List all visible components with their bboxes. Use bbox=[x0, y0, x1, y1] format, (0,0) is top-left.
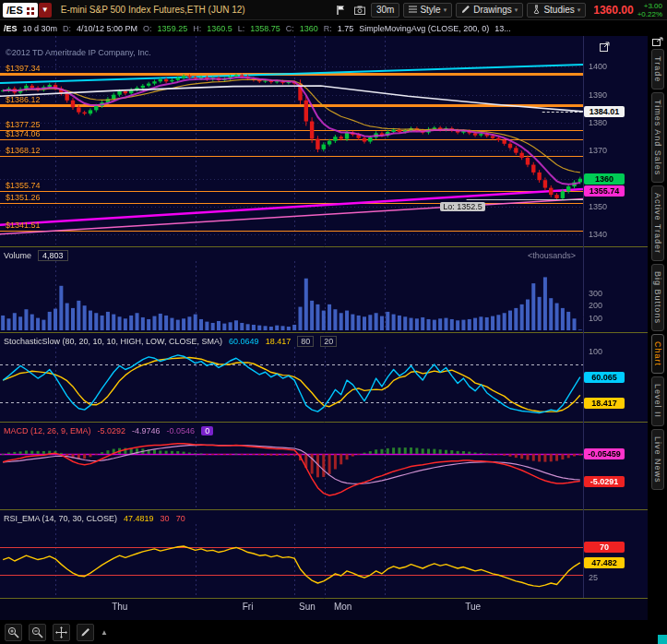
strip-close-label: C: bbox=[286, 24, 294, 33]
quote-cluster: 1360.00 +3.00 +0.22% bbox=[593, 2, 662, 18]
macd-header[interactable]: MACD (12, 26, 9, EMA) -5.0292 -4.9746 -0… bbox=[0, 423, 583, 437]
axis-tick: 100 bbox=[589, 347, 602, 356]
stochastic-oversold: 20 bbox=[320, 336, 337, 347]
flag-icon[interactable] bbox=[334, 3, 349, 18]
symbol-input[interactable]: /ES bbox=[3, 3, 38, 18]
time-axis-label: Mon bbox=[334, 602, 351, 612]
drawings-button[interactable]: Drawings▾ bbox=[456, 3, 523, 18]
zoom-in-icon[interactable] bbox=[5, 624, 22, 641]
pan-icon[interactable] bbox=[53, 624, 70, 641]
strip-high: 1360.5 bbox=[207, 24, 232, 33]
axis-tick: 200 bbox=[589, 301, 602, 310]
collapse-icon[interactable]: ▲ bbox=[101, 628, 108, 637]
camera-icon[interactable] bbox=[352, 3, 367, 18]
axis-badge: 60.065 bbox=[584, 372, 625, 383]
sidebar-tabs: TradeTimes And SalesActive TraderBig But… bbox=[648, 31, 667, 644]
symbol-dropdown-caret: ▼ bbox=[42, 6, 49, 14]
axis-badge: 1360 bbox=[584, 173, 625, 185]
ohlc-strip: /ES 10 d 30m D: 4/10/12 5:00 PM O: 1359.… bbox=[0, 21, 585, 36]
strip-date: 4/10/12 5:00 PM bbox=[77, 24, 137, 33]
price-level-label: $1374.06 bbox=[6, 129, 41, 138]
chart-title: E-mini S&P 500 Index Futures,ETH (JUN 12… bbox=[61, 5, 245, 15]
strip-study: SimpleMovingAvg (CLOSE, 200, 0) bbox=[359, 24, 489, 33]
price-level-label: $1368.12 bbox=[6, 146, 41, 155]
rsi-oversold: 30 bbox=[161, 514, 170, 523]
price-change-pct: +0.22% bbox=[637, 10, 662, 18]
axis-badge: 1384.01 bbox=[584, 106, 625, 117]
volume-label: Volume bbox=[4, 251, 31, 260]
chart-toolbar: /ES ▼ E-mini S&P 500 Index Futures,ETH (… bbox=[0, 0, 667, 20]
timeframe-button[interactable]: 30m bbox=[371, 3, 399, 18]
style-icon bbox=[409, 5, 417, 15]
axis-badge: -5.0291 bbox=[584, 476, 625, 487]
price-level-label: $1386.12 bbox=[6, 95, 41, 104]
sidebar-tab-level-ii[interactable]: Level II bbox=[651, 376, 664, 425]
macd-value: -5.0292 bbox=[98, 426, 126, 435]
axis-tick: 1350 bbox=[589, 202, 607, 211]
strip-open: 1359.25 bbox=[158, 24, 188, 33]
time-axis-label: Sun bbox=[299, 602, 316, 612]
style-label: Style bbox=[420, 5, 440, 15]
drawings-label: Drawings bbox=[473, 5, 512, 15]
stochastic-header[interactable]: StochasticSlow (80, 20, 10, 10, HIGH, LO… bbox=[0, 334, 583, 348]
chart-canvas[interactable] bbox=[0, 0, 667, 644]
macd-title: MACD (12, 26, 9, EMA) bbox=[4, 426, 91, 435]
axis-badge: 18.417 bbox=[584, 398, 625, 409]
symbol-value: /ES bbox=[6, 5, 23, 16]
strip-rangeval-label: R: bbox=[324, 24, 332, 33]
strip-study-value: 13... bbox=[494, 24, 511, 33]
strip-low: 1358.75 bbox=[250, 24, 280, 33]
volume-unit: <thousands> bbox=[528, 251, 576, 260]
rsi-header[interactable]: RSI_EMA (14, 70, 30, CLOSE) 47.4819 30 7… bbox=[0, 511, 583, 525]
price-level-label: $1397.34 bbox=[6, 64, 41, 73]
axis-tick: 1390 bbox=[589, 90, 607, 100]
timeframe-label: 30m bbox=[376, 5, 394, 15]
draw-icon[interactable] bbox=[77, 624, 94, 641]
rsi-title: RSI_EMA (14, 70, 30, CLOSE) bbox=[4, 514, 117, 523]
volume-header[interactable]: Volume 4,803 <thousands> bbox=[0, 248, 583, 262]
zoom-area-icon[interactable] bbox=[29, 624, 46, 641]
axis-badge: 47.482 bbox=[584, 557, 625, 568]
strip-high-label: H: bbox=[193, 24, 201, 33]
axis-tick: 1370 bbox=[589, 146, 607, 155]
axis-tick: 1380 bbox=[589, 118, 607, 127]
axis-badge: -0.05459 bbox=[584, 448, 625, 459]
symbol-dropdown-button[interactable]: ▼ bbox=[39, 3, 52, 18]
axis-badge: 70 bbox=[584, 542, 625, 553]
popout-icon[interactable] bbox=[652, 33, 663, 44]
sidebar-tab-trade[interactable]: Trade bbox=[651, 49, 664, 89]
rsi-overbought: 70 bbox=[176, 514, 185, 523]
thinkorswim-chart-window: /ES ▼ E-mini S&P 500 Index Futures,ETH (… bbox=[0, 0, 667, 644]
sidebar-tab-big-buttons[interactable]: Big Buttons bbox=[651, 264, 664, 331]
sidebar-tab-active-trader[interactable]: Active Trader bbox=[651, 185, 664, 261]
macd-diff-value: -0.0546 bbox=[167, 426, 196, 435]
time-axis-label: Thu bbox=[112, 602, 127, 612]
resize-grip[interactable] bbox=[658, 635, 667, 644]
studies-button[interactable]: Studies▾ bbox=[527, 3, 586, 18]
style-button[interactable]: Style▾ bbox=[403, 3, 452, 18]
axis-tick: 25 bbox=[589, 573, 598, 582]
price-level-label: $1351.26 bbox=[6, 193, 41, 202]
price-change: +3.00 bbox=[644, 2, 662, 10]
price-level-label: $1377.25 bbox=[6, 120, 41, 129]
sidebar-tab-chart[interactable]: Chart bbox=[651, 334, 664, 374]
studies-icon bbox=[532, 5, 541, 16]
sidebar-tab-times-and-sales[interactable]: Times And Sales bbox=[651, 92, 664, 183]
time-axis-label: Tue bbox=[465, 602, 481, 612]
macd-zero-badge: 0 bbox=[201, 426, 213, 435]
copyright: ©2012 TD Ameritrade IP Company, Inc. bbox=[6, 48, 151, 57]
studies-label: Studies bbox=[543, 5, 574, 15]
expand-panel-icon[interactable] bbox=[600, 39, 610, 55]
low-marker: Lo: 1352.5 bbox=[440, 202, 485, 211]
stochastic-d-value: 18.417 bbox=[266, 337, 292, 346]
strip-close: 1360 bbox=[300, 24, 318, 33]
symbol-grid-icon[interactable] bbox=[27, 2, 34, 18]
stochastic-overbought: 80 bbox=[297, 336, 314, 347]
price-level-label: $1341.51 bbox=[6, 221, 41, 230]
strip-range: 10 d 30m bbox=[23, 24, 58, 33]
sidebar-tab-live-news[interactable]: Live News bbox=[651, 429, 664, 491]
stochastic-title: StochasticSlow (80, 20, 10, 10, HIGH, LO… bbox=[4, 337, 222, 346]
strip-symbol: /ES bbox=[4, 24, 18, 33]
strip-low-label: L: bbox=[238, 24, 245, 33]
axis-tick: 100 bbox=[589, 314, 602, 323]
